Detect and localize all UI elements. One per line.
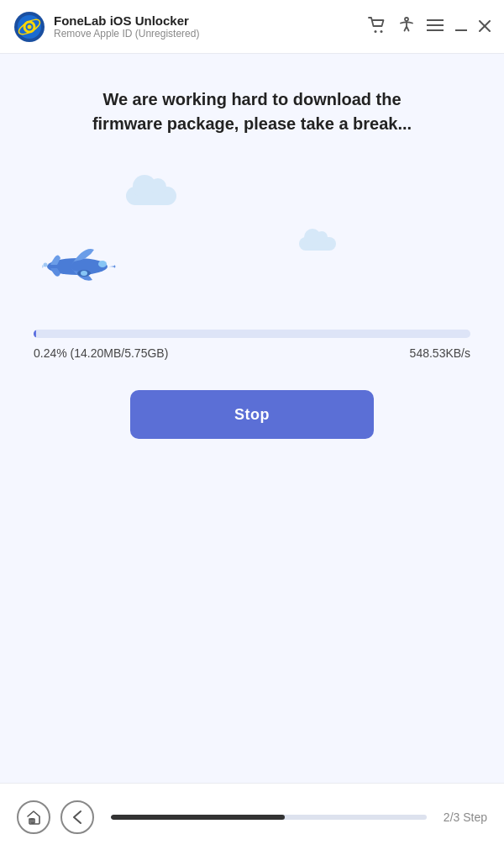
app-name: FoneLab iOS Unlocker bbox=[54, 13, 368, 28]
window-controls bbox=[368, 17, 491, 36]
app-subtitle: Remove Apple ID (Unregistered) bbox=[54, 28, 368, 40]
main-content: We are working hard to download thefirmw… bbox=[0, 54, 504, 439]
airplane-icon bbox=[42, 241, 118, 291]
progress-fill bbox=[34, 330, 36, 338]
step-progress-track bbox=[111, 815, 427, 820]
home-button[interactable] bbox=[17, 800, 50, 834]
step-label: 2/3 Step bbox=[444, 810, 487, 824]
svg-point-17 bbox=[81, 271, 87, 276]
stop-button[interactable]: Stop bbox=[130, 390, 374, 439]
stop-button-wrapper: Stop bbox=[34, 390, 470, 439]
cart-icon[interactable] bbox=[368, 17, 386, 36]
cloud-2 bbox=[299, 237, 336, 251]
svg-point-18 bbox=[44, 263, 48, 267]
progress-track bbox=[34, 330, 470, 338]
headline-text: We are working hard to download thefirmw… bbox=[34, 87, 470, 136]
svg-point-6 bbox=[381, 30, 383, 33]
back-button[interactable] bbox=[60, 800, 94, 834]
app-logo bbox=[13, 11, 45, 43]
accessibility-icon[interactable] bbox=[398, 17, 415, 36]
progress-label: 0.24% (14.20MB/5.75GB) bbox=[34, 346, 168, 360]
menu-icon[interactable] bbox=[427, 18, 444, 34]
svg-point-3 bbox=[28, 24, 32, 29]
svg-point-7 bbox=[405, 18, 408, 21]
close-icon[interactable] bbox=[479, 19, 491, 34]
svg-point-15 bbox=[98, 261, 107, 267]
minimize-icon[interactable] bbox=[455, 19, 467, 34]
svg-point-19 bbox=[42, 265, 44, 268]
progress-container: 0.24% (14.20MB/5.75GB) 548.53KB/s bbox=[34, 330, 470, 360]
title-bar-text: FoneLab iOS Unlocker Remove Apple ID (Un… bbox=[54, 13, 368, 40]
speed-label: 548.53KB/s bbox=[410, 346, 470, 360]
svg-point-5 bbox=[375, 30, 377, 33]
title-bar: FoneLab iOS Unlocker Remove Apple ID (Un… bbox=[0, 0, 504, 54]
bottom-bar: 2/3 Step bbox=[0, 783, 504, 850]
progress-info: 0.24% (14.20MB/5.75GB) 548.53KB/s bbox=[34, 346, 470, 360]
cloud-1 bbox=[126, 187, 176, 205]
step-progress-fill bbox=[111, 815, 285, 820]
animation-area bbox=[34, 170, 470, 321]
